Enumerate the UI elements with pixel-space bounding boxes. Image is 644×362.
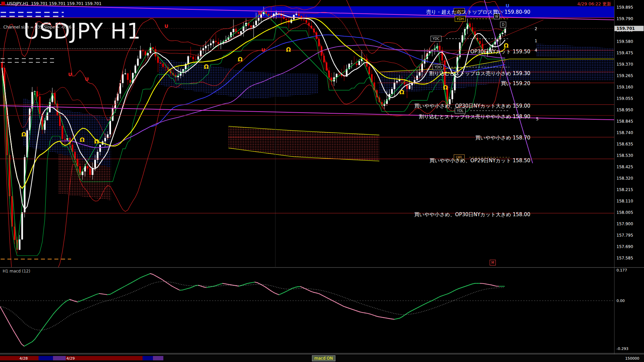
- macd-line-segment: [67, 299, 70, 301]
- macd-line-segment: [421, 304, 424, 306]
- macd-line-segment: [21, 344, 24, 346]
- macd-line-segment: [180, 290, 182, 290]
- macd-line-segment: [150, 274, 153, 274]
- macd-line-segment: [271, 291, 274, 293]
- macd-line-segment: [126, 284, 129, 286]
- omega-marker: Ω: [399, 89, 404, 96]
- macd-line-segment: [357, 311, 360, 312]
- macd-line-segment: [16, 335, 19, 340]
- macd-line-segment: [352, 309, 354, 310]
- macd-line-segment: [373, 315, 376, 316]
- macd-line-segment: [268, 289, 271, 291]
- bollinger-upper: [2, 0, 505, 120]
- u-marker-red: U: [261, 47, 265, 53]
- macd-line-segment: [201, 286, 204, 287]
- macd-line-segment: [443, 295, 445, 296]
- macd-line-segment: [408, 311, 411, 313]
- macd-line-segment: [113, 291, 115, 293]
- macd-line-segment: [161, 279, 164, 281]
- u-marker-red: U: [85, 76, 89, 82]
- macd-line-segment: [255, 282, 258, 283]
- omega-marker: Ω: [94, 138, 99, 145]
- order-annotation: 買いやや小さめ、OP30日NYカット大きめ 158.00: [414, 212, 530, 218]
- macd-toggle-button[interactable]: macd ON: [312, 355, 335, 361]
- macd-line-segment: [287, 290, 290, 291]
- macd-line-segment: [169, 284, 172, 286]
- macd-line-segment: [27, 343, 30, 345]
- date-label: 4/29: [66, 356, 75, 361]
- level-tag-label: YDC: [432, 37, 440, 41]
- date-label: 4/28: [19, 356, 28, 361]
- macd-line-segment: [341, 305, 343, 306]
- macd-line-segment: [279, 294, 282, 295]
- order-annotation: 売り・超えたらストップロス買い 159.80-90: [426, 9, 530, 15]
- macd-line-segment: [427, 302, 429, 303]
- macd-line-segment: [400, 316, 402, 318]
- macd-line-segment: [274, 293, 276, 294]
- macd-line-segment: [456, 289, 459, 290]
- macd-line-segment: [494, 286, 496, 286]
- macd-line-segment: [51, 313, 54, 317]
- macd-line-segment: [48, 317, 51, 321]
- macd-line-segment: [54, 310, 56, 313]
- macd-line-segment: [419, 306, 421, 307]
- macd-line-segment: [145, 275, 148, 276]
- macd-line-segment: [40, 328, 43, 332]
- macd-line-segment: [470, 284, 472, 285]
- macd-line-segment: [319, 294, 322, 295]
- macd-line-segment: [416, 307, 419, 308]
- macd-line-segment: [333, 301, 335, 302]
- macd-line-segment: [467, 285, 470, 286]
- u-marker-red: U: [258, 10, 262, 16]
- macd-line-segment: [491, 285, 494, 286]
- order-annotation: 買いやや小さめ 158.70: [475, 135, 530, 141]
- macd-line-segment: [78, 301, 80, 302]
- macd-line-segment: [389, 318, 392, 319]
- macd-line-segment: [19, 340, 21, 344]
- macd-line-segment: [276, 294, 279, 295]
- chart-canvas[interactable]: LWHYDHWDYDCYDOYDLLWLMΩΩΩΩΩΩΩΩΩUUUUUU売り・超…: [0, 0, 644, 362]
- macd-line-segment: [83, 299, 86, 300]
- trading-chart-window: USDJPY H1 LWHYDHWDYDCYDOYDLLWLMΩΩΩΩΩΩΩΩΩ…: [0, 0, 644, 362]
- macd-line-segment: [445, 294, 448, 295]
- omega-marker: Ω: [504, 42, 508, 49]
- macd-indicator-label: H1 macd (12): [3, 269, 30, 274]
- macd-line-segment: [3, 311, 5, 316]
- level-tag-label: YDO: [434, 65, 442, 69]
- macd-line-segment: [368, 313, 370, 314]
- macd-line-segment: [129, 283, 131, 284]
- macd-line-segment: [327, 298, 330, 299]
- macd-line-segment: [392, 319, 394, 319]
- macd-line-segment: [301, 287, 303, 288]
- macd-line-segment: [250, 283, 252, 283]
- macd-line-segment: [472, 283, 475, 284]
- macd-line-segment: [131, 281, 134, 283]
- macd-line-segment: [343, 306, 346, 307]
- macd-line-segment: [413, 309, 416, 310]
- macd-line-segment: [346, 307, 349, 308]
- macd-line-segment: [378, 317, 381, 317]
- timeline-bar[interactable]: macd ON 150000 4/284/29: [0, 354, 644, 362]
- macd-line-segment: [303, 288, 306, 289]
- macd-line-segment: [97, 294, 99, 294]
- macd-line-segment: [191, 287, 193, 288]
- macd-line-segment: [292, 287, 295, 288]
- omega-marker: Ω: [238, 56, 243, 63]
- macd-line-segment: [32, 339, 35, 342]
- macd-line-segment: [437, 297, 440, 298]
- macd-line-segment: [362, 312, 365, 313]
- period-segment: [39, 356, 53, 360]
- macd-line-segment: [11, 326, 13, 330]
- macd-line-segment: [223, 284, 225, 284]
- omega-marker: Ω: [286, 46, 291, 53]
- u-marker-red: U: [68, 72, 72, 77]
- macd-line-segment: [102, 294, 105, 294]
- macd-line-segment: [24, 345, 27, 346]
- clouds-layer: [23, 44, 614, 200]
- macd-line-segment: [402, 315, 405, 317]
- macd-line-segment: [282, 292, 284, 294]
- macd-line-segment: [8, 321, 11, 326]
- level-tag-label: D: [502, 23, 504, 26]
- macd-line-segment: [448, 292, 451, 294]
- price-axis[interactable]: [614, 0, 644, 354]
